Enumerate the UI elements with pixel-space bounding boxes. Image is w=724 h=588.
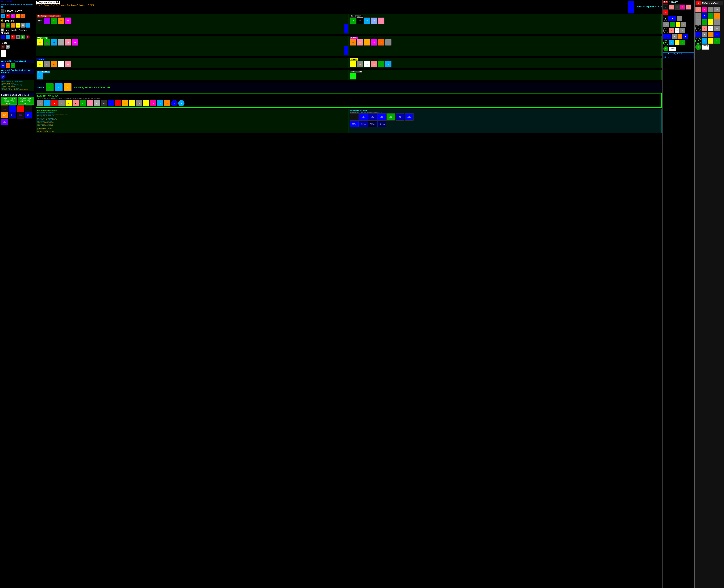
char-leafy: 🍃 — [350, 18, 356, 24]
cover-fnf-sonic2: FNFSonic 2 — [359, 113, 368, 121]
elim-char-pin: 📌 — [65, 100, 72, 106]
exit-char-1: 📌 — [663, 4, 668, 9]
cover-sonic-originsplus: OriginsPlus — [396, 113, 404, 121]
mains-coolfuldround: Mains favorited by CoolfulRound:Snowball… — [37, 112, 348, 115]
bar-indicator-2 — [344, 46, 348, 55]
char-oj: OJ — [371, 61, 378, 67]
char-grassy: 🌿 — [51, 18, 57, 24]
debut-char-16: 💿 — [714, 25, 720, 31]
exit-header: EXIT EXITors — [663, 1, 694, 3]
gone-find-chars: 🔲 🔥 🍃 — [1, 63, 34, 68]
scissors-row: ✂️ 📋 🍗 — [663, 16, 694, 21]
exit-char-gray: 😐 — [681, 22, 686, 27]
have-nots-row: ✖ Have Nots — [1, 19, 34, 22]
exit-char-keyboard: ⌨️ — [675, 40, 680, 45]
mains-mctravis: Mains favorited by McTravis:Rocky, The G… — [37, 123, 348, 126]
char-flower: 🌸 — [65, 18, 71, 24]
mains-fav-box: Mains favorited by WDGaster: Uy EXITors — [663, 52, 694, 59]
elim-char-8ball: 8 — [37, 100, 44, 106]
hosts-row: ⚫ 🕐 — [1, 45, 34, 49]
mains-solyuline: Mains favorited by SolyuLineNDX:Tennis B… — [37, 118, 348, 121]
team-teardrop: 💧 TEAR DROP 💧 — [36, 70, 348, 80]
char-icon: 🟣 — [25, 35, 30, 39]
elim-subtitle: (For eliminated contestants in BFB (P+) … — [37, 98, 660, 99]
game-cover-deltarune: DELTARUNE — [17, 112, 24, 119]
team-teardrop-chars: 💧 — [37, 73, 348, 80]
team-teardrop-name: 💧 TEAR DROP — [37, 70, 348, 72]
cover-sonic-superstars: SonicSuperstars — [405, 113, 414, 121]
char-icon: 🔲 — [1, 63, 5, 68]
mains-fav-exitors[interactable]: EXITors — [664, 57, 693, 58]
exit-char-yellow: ⭐ — [676, 22, 681, 27]
sonic-logos: SONICORIGINS SONICFRONTIERS SONICORIGINS… — [350, 121, 661, 127]
gone-find-label: Gone to Find Dream Island — [1, 60, 34, 63]
elim-char-golfball: ⚪ — [94, 100, 100, 106]
debut-char-2: ✏️ — [702, 7, 707, 13]
mains-info-box: Mains favorited by Emma Vatison: Bibble,… — [1, 80, 34, 91]
sonic-origins-plus-logo: SONICORIGINS+ — [368, 121, 377, 127]
debut-char-23: ⌨️ — [708, 38, 713, 44]
team-team8-name: 🔟Team8 — [350, 37, 661, 39]
char-puffball: ⚪ — [72, 39, 78, 46]
cover-fnf: FNF — [350, 113, 359, 121]
exit-char-2: ||| — [669, 4, 674, 9]
char-blackhole: ⚫ — [357, 18, 363, 24]
mains-jongan-chars: Gelatin, Flower, Newbie-Weebie Alliance — [2, 89, 34, 90]
team-justnot: Just Not ⚡ 🪙 ☁️ OJ 🌀 🌮 — [349, 58, 662, 68]
debut-char-15: ⬜ — [708, 25, 713, 31]
char-icon: 🔴 — [21, 14, 25, 18]
game-cover-sonic-mania-plus: SonicMania+ — [9, 112, 16, 119]
char-icon: 🔵 — [1, 14, 5, 18]
char-icon: 🫐 — [1, 75, 5, 79]
debut-char-12: 😐 — [714, 19, 720, 25]
youtube-icon — [696, 1, 701, 5]
host-char-3: ⭐ — [64, 83, 72, 91]
debut-char-20: 📋 — [714, 32, 720, 38]
bottom-fav-panel: Favorite Games And Movies (2021, 2022, 2… — [349, 109, 662, 133]
exit-char-last: 🟢 — [663, 46, 668, 51]
char-lemon: 🍋 — [37, 61, 43, 67]
char-milk: 🥛 — [58, 61, 64, 67]
notexity-button[interactable]: Notexity — [669, 47, 677, 51]
char-icon: 🟠 — [11, 23, 15, 27]
char-icon: 4 — [1, 35, 5, 39]
exit-char-white: ⬜ — [675, 28, 680, 33]
debut-chars-grid: ✏️ ✏️ 📗 SB ✂️ 📋 🌿 🟠 🔧 🌿 ⭐ 😐 ⚫ 🟥 ⬜ 💿 📱 📄 … — [695, 7, 723, 50]
char-nickel: 🪙 — [357, 61, 363, 67]
team-team8-chars: 🍩 🧽 🪡 🍭 🔥 🪨 — [350, 39, 661, 46]
game-cover-mario-odyssey: MarioOdyssey — [17, 105, 24, 112]
debut-notexity[interactable]: Notexity — [702, 44, 709, 50]
team-beep-name: Beep (Inactive) — [350, 15, 661, 17]
tab-bfb-post-covid[interactable]: BFB Post COVID19 Split (Something Series… — [18, 97, 34, 105]
team-strongest-chars: ⬜SB 4 🌿 🏀 🌸 — [37, 18, 348, 24]
char-icon: 🔥 — [6, 63, 10, 68]
sonic-superstars-logo: SONICSUPERSTARS — [377, 121, 386, 127]
exit-char-pink: 🟥 — [669, 28, 674, 33]
mains-fav-uy[interactable]: Uy — [664, 55, 693, 57]
elim-char-lightning: ⚡ — [143, 100, 149, 106]
discontinued-banner: (Discontinued) — [1, 1, 34, 3]
char-bottle: 🍶 — [371, 18, 378, 24]
exit-sidebar: EXIT EXITors 📌 ||| ⬛ 🔴 🟠 🔷 ✂️ 📋 🍗 🔧 🌿 ⭐ … — [662, 0, 695, 588]
scissors-icon: ✂️ — [663, 17, 668, 21]
exit-chars-grid-1: 📌 ||| ⬛ 🔴 🟠 🔷 — [663, 4, 694, 15]
host-icon-1: ⚫ — [1, 45, 5, 49]
char-fireyjr: 🔥 — [378, 39, 384, 46]
elim-char-saw: 🔪 — [79, 100, 86, 106]
fav-games-title: Favorite Games and Movies — [1, 93, 34, 97]
mains-joeybat: Mains favorited by JoeyBat:Coiny, We are… — [37, 121, 348, 123]
hosts-center-row: HOSTS: 🌿 ⚡ ⭐ Supporting Restaurant Kitch… — [36, 83, 662, 92]
debut-char-8: 🟠 — [714, 13, 720, 19]
exit-char-4: 🔴 — [680, 4, 685, 9]
char-lollipop: 🍭 — [371, 39, 378, 46]
char-teardrop: 💧 — [37, 73, 43, 80]
cover-sonic-origins: SonicOrigins — [377, 113, 386, 121]
debut-char-9: 🔧 — [695, 19, 701, 25]
tab-bfb-pre-covid[interactable]: BFB Pre COVID19 Split (Something Series … — [1, 97, 17, 105]
char-icon: 💜 — [11, 14, 15, 18]
gone-random-chars: 🫐 — [1, 75, 34, 79]
char-eggy: 🥚 — [44, 61, 50, 67]
char-pie: 🥧 — [378, 18, 384, 24]
exit-char-blue-label: 📋 — [668, 16, 676, 21]
exit-char-wrench: 🔧 — [663, 22, 669, 27]
